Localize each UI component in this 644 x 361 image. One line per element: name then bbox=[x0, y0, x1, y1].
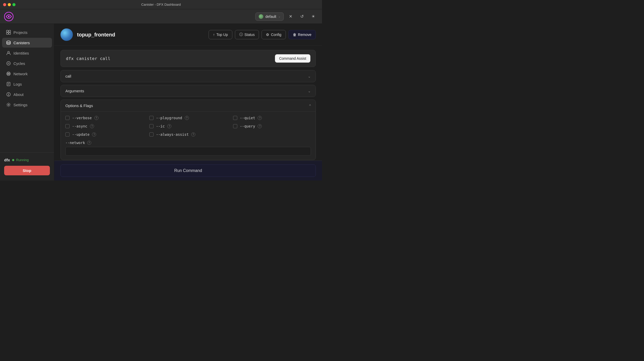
config-button[interactable]: ⚙ Config bbox=[262, 30, 286, 39]
svg-point-8 bbox=[8, 51, 10, 53]
arguments-header[interactable]: Arguments ⌄ bbox=[61, 85, 316, 97]
identity-name: default bbox=[265, 14, 276, 19]
flag-ic-checkbox[interactable] bbox=[149, 124, 154, 128]
dfx-status-section: dfx Running Stop bbox=[0, 152, 54, 177]
network-section: --network ? bbox=[65, 141, 311, 156]
sidebar-item-label: Logs bbox=[13, 82, 22, 86]
command-text: dfx canister call bbox=[66, 56, 110, 61]
sidebar-item-canisters[interactable]: Canisters bbox=[2, 38, 52, 48]
run-command-bar: Run Command bbox=[54, 161, 322, 180]
main-content: Projects Canisters bbox=[0, 24, 322, 180]
network-flag-label: --network bbox=[65, 141, 85, 145]
sidebar-item-network[interactable]: Network bbox=[2, 69, 52, 79]
app-logo bbox=[4, 12, 13, 21]
flag-update[interactable]: --update ? bbox=[65, 132, 143, 137]
options-section: Options & Flags ^ --verbose ? bbox=[60, 100, 316, 160]
sidebar-item-label: Cycles bbox=[13, 61, 25, 66]
network-icon bbox=[6, 71, 11, 76]
call-select-value: call bbox=[65, 74, 71, 78]
flag-quiet[interactable]: --quiet ? bbox=[233, 116, 311, 120]
remove-button[interactable]: 🗑 Remove bbox=[288, 30, 316, 39]
minimize-button[interactable] bbox=[8, 3, 11, 6]
flag-ic[interactable]: --ic ? bbox=[149, 124, 227, 128]
svg-point-7 bbox=[7, 41, 10, 42]
sidebar-item-projects[interactable]: Projects bbox=[2, 27, 52, 37]
options-body: --verbose ? --playground ? --quiet bbox=[61, 111, 316, 160]
content-area: topup_frontend ↑ Top Up ⓘ Status ⚙ Confi… bbox=[54, 24, 322, 180]
sidebar-item-identities[interactable]: Identities bbox=[2, 48, 52, 58]
chevron-down-icon: ⌄ bbox=[278, 15, 280, 18]
network-input[interactable] bbox=[65, 147, 311, 156]
command-assist-button[interactable]: Command Assist bbox=[275, 54, 310, 63]
flag-quiet-help[interactable]: ? bbox=[258, 116, 262, 120]
flag-update-label: --update bbox=[72, 132, 89, 137]
flag-async[interactable]: --async ? bbox=[65, 124, 143, 128]
theme-toggle-button[interactable]: ☀ bbox=[309, 12, 318, 21]
stop-button[interactable]: Stop bbox=[4, 166, 50, 175]
options-title: Options & Flags bbox=[65, 103, 93, 108]
flag-query-label: --query bbox=[240, 124, 255, 128]
run-command-button[interactable]: Run Command bbox=[60, 164, 316, 177]
status-button[interactable]: ⓘ Status bbox=[235, 30, 259, 39]
maximize-button[interactable] bbox=[12, 3, 16, 6]
flag-always-assist-help[interactable]: ? bbox=[191, 132, 195, 137]
sidebar-item-label: Network bbox=[13, 72, 28, 76]
flag-update-help[interactable]: ? bbox=[92, 132, 96, 137]
sidebar-item-settings[interactable]: Settings bbox=[2, 100, 52, 110]
flag-verbose-help[interactable]: ? bbox=[94, 116, 98, 120]
sidebar: Projects Canisters bbox=[0, 24, 54, 180]
about-icon bbox=[6, 92, 11, 97]
network-label-row: --network ? bbox=[65, 141, 311, 145]
flag-quiet-checkbox[interactable] bbox=[233, 116, 237, 120]
flag-always-assist-checkbox[interactable] bbox=[149, 132, 154, 137]
running-indicator bbox=[12, 159, 14, 161]
flag-query-help[interactable]: ? bbox=[258, 124, 262, 128]
sidebar-item-about[interactable]: About bbox=[2, 89, 52, 99]
flag-verbose-checkbox[interactable] bbox=[65, 116, 70, 120]
options-header[interactable]: Options & Flags ^ bbox=[61, 100, 316, 111]
flag-playground-help[interactable]: ? bbox=[185, 116, 189, 120]
svg-rect-5 bbox=[9, 33, 11, 34]
flag-quiet-label: --quiet bbox=[240, 116, 255, 120]
projects-icon bbox=[6, 30, 11, 35]
close-icon-button[interactable]: ✕ bbox=[286, 12, 295, 21]
flag-query-checkbox[interactable] bbox=[233, 124, 237, 128]
sidebar-item-label: Settings bbox=[13, 103, 27, 107]
titlebar: Canister - DFX Dashboard bbox=[0, 0, 322, 9]
call-select[interactable]: call ⌄ bbox=[60, 70, 316, 82]
canister-avatar bbox=[60, 28, 73, 41]
chevron-down-icon: ⌄ bbox=[308, 74, 311, 78]
flag-verbose[interactable]: --verbose ? bbox=[65, 116, 143, 120]
flag-always-assist-label: --always-assist bbox=[156, 132, 189, 137]
svg-point-20 bbox=[8, 104, 9, 106]
flag-playground[interactable]: --playground ? bbox=[149, 116, 227, 120]
config-icon: ⚙ bbox=[266, 33, 269, 37]
close-button[interactable] bbox=[3, 3, 6, 6]
flag-ic-help[interactable]: ? bbox=[167, 124, 171, 128]
flag-playground-label: --playground bbox=[156, 116, 182, 120]
flag-query[interactable]: --query ? bbox=[233, 124, 311, 128]
flag-async-checkbox[interactable] bbox=[65, 124, 70, 128]
flag-update-checkbox[interactable] bbox=[65, 132, 70, 137]
canisters-icon bbox=[6, 40, 11, 45]
sidebar-item-label: About bbox=[13, 92, 24, 97]
logs-icon bbox=[6, 82, 11, 86]
topbar: default ⌄ ✕ ↺ ☀ bbox=[0, 9, 322, 24]
sidebar-item-label: Projects bbox=[13, 30, 27, 35]
flag-always-assist[interactable]: --always-assist ? bbox=[149, 132, 227, 137]
status-icon: ⓘ bbox=[239, 32, 243, 37]
svg-point-1 bbox=[8, 16, 10, 17]
sidebar-item-label: Identities bbox=[13, 51, 29, 55]
identity-selector[interactable]: default ⌄ bbox=[255, 12, 284, 21]
cycles-icon bbox=[6, 61, 11, 66]
svg-rect-4 bbox=[6, 33, 8, 34]
flag-playground-checkbox[interactable] bbox=[149, 116, 154, 120]
sidebar-item-logs[interactable]: Logs bbox=[2, 79, 52, 89]
flag-async-help[interactable]: ? bbox=[90, 124, 94, 128]
network-help-icon[interactable]: ? bbox=[87, 141, 91, 145]
svg-rect-3 bbox=[9, 30, 11, 32]
topup-button[interactable]: ↑ Top Up bbox=[209, 30, 232, 39]
refresh-button[interactable]: ↺ bbox=[297, 12, 306, 21]
chevron-up-icon: ^ bbox=[309, 104, 311, 108]
sidebar-item-cycles[interactable]: Cycles bbox=[2, 58, 52, 68]
